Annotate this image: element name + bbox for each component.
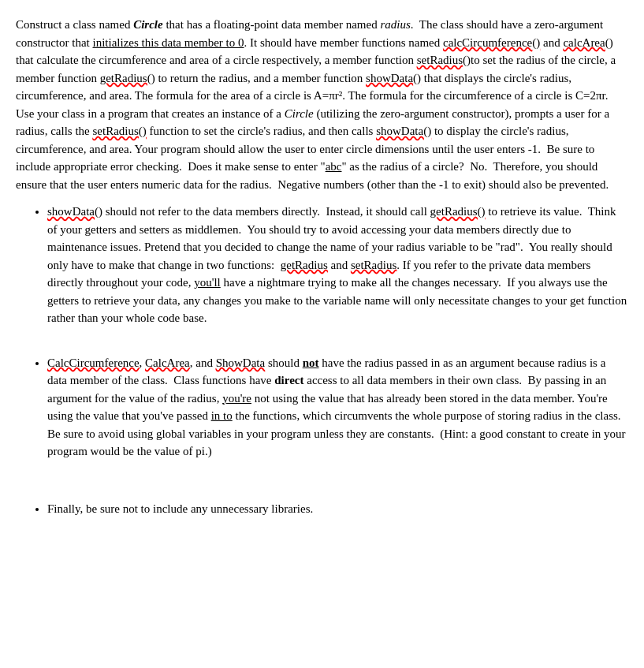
- not-word: not: [303, 356, 319, 369]
- calc-circ-b2: CalcCircumference: [47, 356, 140, 369]
- spacer-3: [47, 487, 628, 500]
- class-name: Circle: [133, 18, 163, 31]
- bullet-2-text: CalcCircumference, CalcArea, and ShowDat…: [47, 354, 628, 461]
- youre-underline: you're: [222, 392, 251, 405]
- list-item-3: Finally, be sure not to include any unne…: [47, 500, 628, 518]
- abc-underline: abc: [326, 160, 342, 173]
- document-body: Construct a class named Circle that has …: [16, 16, 628, 517]
- show-data-call: showData(): [376, 125, 431, 137]
- show-data-func: showData(): [366, 72, 421, 84]
- get-radius-b1b: getRadius: [281, 259, 328, 271]
- show-data-b2: ShowData: [216, 356, 266, 369]
- show-data-b1: showData(): [47, 205, 102, 218]
- get-radius-func: getRadius(): [100, 72, 155, 84]
- list-item-2: CalcCircumference, CalcArea, and ShowDat…: [47, 354, 628, 461]
- radius-term: radius: [380, 18, 410, 31]
- in-to-underline: in to: [211, 409, 233, 422]
- bullet-list: showData() should not refer to the data …: [47, 203, 628, 517]
- init-underline: initializes this data member to 0: [92, 36, 244, 49]
- intro-paragraph: Construct a class named Circle that has …: [16, 16, 628, 193]
- calc-area-b2: CalcArea: [145, 356, 190, 369]
- bullet-1-text: showData() should not refer to the data …: [47, 203, 628, 327]
- spacer-2: [47, 475, 628, 487]
- set-radius-b1b: setRadius: [351, 259, 396, 271]
- bullet-3-text: Finally, be sure not to include any unne…: [47, 500, 628, 518]
- calc-area-func: calcArea(): [563, 36, 612, 49]
- spacer-1: [47, 341, 628, 354]
- youll-underline: you'll: [194, 276, 221, 289]
- set-radius-call: setRadius(): [92, 125, 146, 137]
- set-radius-func: setRadius(): [417, 54, 471, 66]
- direct-bold: direct: [274, 374, 303, 386]
- circle-italic: Circle: [285, 107, 314, 120]
- list-item-1: showData() should not refer to the data …: [47, 203, 628, 327]
- calc-circ-func: calcCircumference(): [443, 36, 540, 49]
- get-radius-b1: getRadius(): [430, 205, 486, 218]
